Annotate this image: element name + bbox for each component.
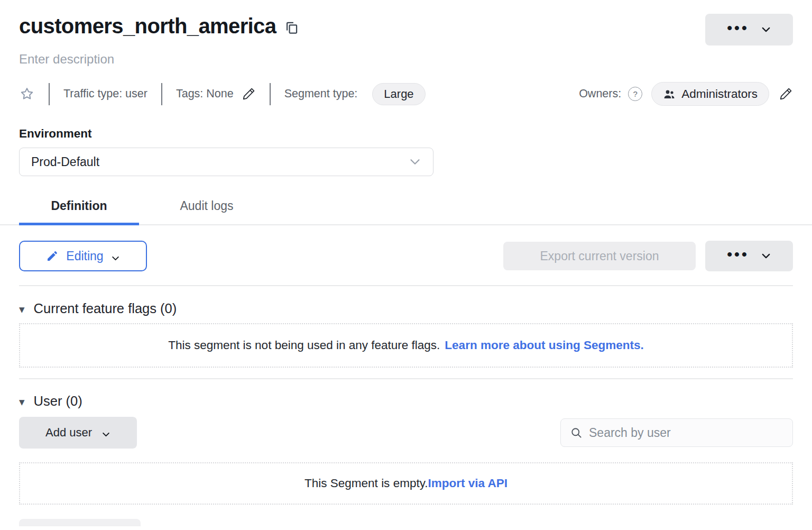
feature-flags-empty-message: This segment is not being used in any fe…	[168, 339, 440, 352]
user-section-header[interactable]: ▾ User (0)	[19, 394, 793, 409]
feature-flags-section-title: Current feature flags (0)	[34, 301, 177, 316]
description-field[interactable]: Enter description	[19, 52, 793, 67]
import-via-api-link[interactable]: Import via API	[428, 477, 507, 490]
collapse-triangle-icon: ▾	[19, 396, 25, 407]
page-header: customers_north_america •••	[19, 14, 793, 45]
learn-more-link[interactable]: Learn more about using Segments.	[445, 339, 643, 352]
editing-status-label: Editing	[66, 249, 103, 263]
tab-definition[interactable]: Definition	[19, 188, 139, 225]
environment-label: Environment	[19, 127, 793, 141]
divider	[161, 83, 162, 105]
owners-label: Owners:	[579, 87, 621, 100]
toolbar-right: Export current version •••	[503, 241, 793, 271]
feature-flags-section-header[interactable]: ▾ Current feature flags (0)	[19, 301, 793, 316]
owners-group: Owners: ? Administrators	[579, 82, 793, 106]
editing-status-button[interactable]: Editing	[19, 241, 147, 271]
page-title: customers_north_america	[19, 14, 276, 38]
chevron-down-icon	[409, 156, 421, 168]
star-icon[interactable]	[19, 86, 35, 102]
segment-type-label: Segment type:	[284, 87, 358, 100]
search-by-user-box	[560, 418, 793, 447]
owners-value: Administrators	[681, 87, 758, 101]
divider	[19, 285, 793, 286]
tags: Tags: None	[176, 87, 256, 101]
divider	[270, 83, 271, 105]
user-empty-state: This Segment is empty. Import via API	[19, 462, 793, 505]
cutoff-element	[19, 519, 141, 526]
add-user-label: Add user	[45, 426, 92, 440]
user-toolbar: Add user	[19, 417, 793, 449]
chevron-down-icon	[102, 428, 110, 437]
edit-tags-icon[interactable]	[242, 87, 256, 101]
segment-type-badge: Large	[372, 83, 425, 105]
definition-more-menu-button[interactable]: •••	[705, 241, 793, 271]
collapse-triangle-icon: ▾	[19, 304, 25, 315]
chevron-down-icon	[111, 252, 120, 261]
tab-audit-logs[interactable]: Audit logs	[170, 188, 244, 225]
segment-type: Segment type: Large	[284, 83, 426, 105]
feature-flags-empty-state: This segment is not being used in any fe…	[19, 323, 793, 368]
search-by-user-input[interactable]	[589, 426, 783, 440]
definition-toolbar: Editing Export current version •••	[19, 241, 793, 271]
title-wrap: customers_north_america	[19, 14, 299, 38]
environment-selected-value: Prod-Default	[31, 155, 99, 169]
people-icon	[663, 88, 676, 100]
add-user-button[interactable]: Add user	[19, 417, 137, 449]
chevron-down-icon	[761, 251, 771, 261]
header-more-menu-button[interactable]: •••	[705, 14, 793, 45]
owners-chip: Administrators	[651, 82, 769, 106]
tags-label: Tags: None	[176, 87, 234, 100]
user-section-title: User (0)	[34, 394, 82, 409]
environment-select[interactable]: Prod-Default	[19, 148, 433, 176]
segment-page: customers_north_america ••• Enter descri…	[0, 0, 812, 526]
help-icon[interactable]: ?	[628, 87, 642, 101]
divider	[49, 83, 50, 105]
copy-icon[interactable]	[284, 21, 299, 35]
traffic-type: Traffic type: user	[63, 87, 147, 100]
search-icon	[570, 426, 583, 440]
user-empty-message: This Segment is empty.	[304, 477, 428, 490]
divider	[19, 378, 793, 379]
tab-bar: Definition Audit logs	[19, 188, 793, 225]
pencil-icon	[46, 250, 59, 262]
export-current-version-button[interactable]: Export current version	[503, 242, 696, 270]
chevron-down-icon	[761, 24, 771, 35]
meta-bar: Traffic type: user Tags: None Segment ty…	[19, 82, 793, 106]
edit-owners-icon[interactable]	[779, 87, 793, 101]
